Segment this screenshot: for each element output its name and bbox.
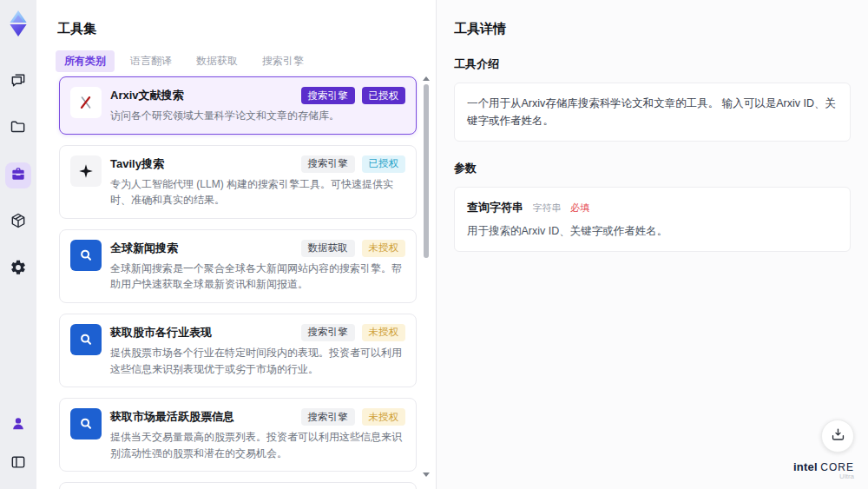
tool-card-regional-news[interactable]: 万维地区新闻查询 搜索引擎 未授权 查询具体行政区划内的新闻，快速了解各地新闻动 (59, 482, 417, 489)
param-header: 查询字符串 字符串 必填 (467, 199, 838, 215)
rail-nav (5, 69, 31, 282)
param-name: 查询字符串 (467, 201, 523, 214)
tool-card-tavily[interactable]: Tavily搜索 搜索引擎 已授权 专为人工智能代理 (LLM) 构建的搜索引擎… (59, 145, 417, 219)
rail-item-user[interactable] (5, 413, 31, 439)
tool-list-panel: 工具集 所有类别 语言翻译 数据获取 搜索引擎 Arxiv文献搜索 搜索引擎 已… (36, 0, 436, 489)
tool-card-sector-performance[interactable]: 获取股市各行业表现 搜索引擎 未授权 提供股票市场各个行业在特定时间段内的表现。… (59, 314, 417, 387)
list-scrollbar[interactable] (422, 76, 431, 477)
left-rail (0, 0, 36, 489)
rail-item-settings[interactable] (5, 256, 31, 282)
scroll-up-arrow-icon[interactable] (423, 76, 430, 81)
tool-description: 访问各个研究领域大量科学论文和文章的存储库。 (110, 108, 405, 124)
rail-item-collapse[interactable] (5, 451, 31, 477)
tab-all-categories[interactable]: 所有类别 (56, 50, 115, 72)
gear-icon (10, 259, 27, 280)
download-icon (830, 426, 846, 446)
tool-description: 全球新闻搜索是一个聚合全球各大新闻网站内容的搜索引擎。帮助用户快速获取全球最新资… (110, 261, 405, 293)
auth-badge: 已授权 (362, 87, 406, 104)
chat-icon (10, 71, 27, 92)
tool-description: 专为人工智能代理 (LLM) 构建的搜索引擎工具。可快速提供实时、准确和真实的结… (110, 176, 405, 208)
rail-item-chat[interactable] (5, 69, 31, 95)
brand-sub-text: Ultra (793, 473, 854, 480)
tool-name: 获取市场最活跃股票信息 (110, 408, 234, 425)
intro-heading: 工具介绍 (454, 56, 851, 72)
user-icon (10, 415, 27, 436)
tool-name: 全球新闻搜索 (110, 240, 178, 256)
auth-badge: 未授权 (362, 408, 406, 426)
param-description: 用于搜索的Arxiv ID、关键字或作者姓名。 (467, 223, 838, 240)
tool-card-list: Arxiv文献搜索 搜索引擎 已授权 访问各个研究领域大量科学论文和文章的存储库… (59, 76, 417, 489)
category-tabs: 所有类别 语言翻译 数据获取 搜索引擎 (56, 50, 312, 72)
tool-card-body: Arxiv文献搜索 搜索引擎 已授权 访问各个研究领域大量科学论文和文章的存储库… (110, 87, 405, 124)
tool-card-most-active-stocks[interactable]: 获取市场最活跃股票信息 搜索引擎 未授权 提供当天交易量最高的股票列表。投资者可… (59, 398, 417, 472)
auth-badge: 未授权 (362, 324, 406, 341)
tool-name: Tavily搜索 (110, 155, 164, 172)
brand-core-text: CORE (820, 461, 854, 473)
category-badge: 搜索引擎 (301, 324, 355, 341)
details-title: 工具详情 (454, 21, 851, 37)
collapse-panel-icon (10, 453, 27, 474)
scroll-down-arrow-icon[interactable] (423, 472, 430, 477)
blue-search-icon (70, 240, 102, 271)
params-heading: 参数 (454, 161, 851, 176)
tool-name: 获取股市各行业表现 (110, 324, 212, 340)
download-button[interactable] (821, 420, 854, 453)
page-title: 工具集 (57, 21, 96, 37)
tool-description: 提供股票市场各个行业在特定时间段内的表现。投资者可以利用这些信息来识别表现优于或… (110, 345, 405, 377)
blue-search-icon (70, 408, 102, 439)
tool-details-panel: 工具详情 工具介绍 一个用于从Arxiv存储库搜索科学论文和文章的工具。 输入可… (436, 0, 868, 489)
tool-card-body: 全球新闻搜索 数据获取 未授权 全球新闻搜索是一个聚合全球各大新闻网站内容的搜索… (110, 240, 405, 293)
intel-core-logo: intel CORE Ultra (793, 461, 854, 480)
rail-item-package[interactable] (5, 209, 31, 235)
tool-card-body: 获取市场最活跃股票信息 搜索引擎 未授权 提供当天交易量最高的股票列表。投资者可… (110, 408, 405, 461)
category-badge: 数据获取 (301, 240, 355, 257)
brand-intel-text: intel (793, 460, 818, 473)
intro-text: 一个用于从Arxiv存储库搜索科学论文和文章的工具。 输入可以是Arxiv ID… (467, 95, 838, 129)
param-type: 字符串 (532, 202, 561, 213)
category-badge: 搜索引擎 (301, 408, 355, 426)
tool-card-arxiv[interactable]: Arxiv文献搜索 搜索引擎 已授权 访问各个研究领域大量科学论文和文章的存储库… (59, 76, 417, 135)
rail-item-files[interactable] (5, 116, 31, 142)
tool-card-body: 获取股市各行业表现 搜索引擎 未授权 提供股票市场各个行业在特定时间段内的表现。… (110, 324, 405, 377)
tab-language-translation[interactable]: 语言翻译 (122, 50, 181, 72)
tool-name: Arxiv文献搜索 (110, 87, 184, 103)
tool-description: 提供当天交易量最高的股票列表。投资者可以利用这些信息来识别流动性强的股票和潜在的… (110, 429, 405, 461)
tavily-star-icon (70, 155, 102, 187)
auth-badge: 未授权 (362, 240, 406, 257)
param-required-flag: 必填 (570, 202, 589, 213)
package-cube-icon (10, 212, 27, 233)
param-box: 查询字符串 字符串 必填 用于搜索的Arxiv ID、关键字或作者姓名。 (454, 187, 851, 252)
scrollbar-thumb[interactable] (424, 84, 429, 258)
folder-icon (10, 118, 27, 139)
intro-box: 一个用于从Arxiv存储库搜索科学论文和文章的工具。 输入可以是Arxiv ID… (454, 83, 851, 142)
rail-bottom (5, 413, 31, 477)
arxiv-logo-icon (70, 87, 102, 118)
tool-card-global-news[interactable]: 全球新闻搜索 数据获取 未授权 全球新闻搜索是一个聚合全球各大新闻网站内容的搜索… (59, 229, 417, 303)
blue-search-icon (70, 324, 102, 355)
app-logo-gem-icon (4, 8, 32, 39)
toolbox-icon (10, 165, 27, 186)
rail-item-toolbox[interactable] (5, 162, 31, 188)
category-badge: 搜索引擎 (301, 155, 355, 173)
tool-card-body: Tavily搜索 搜索引擎 已授权 专为人工智能代理 (LLM) 构建的搜索引擎… (110, 155, 405, 208)
tab-data-acquisition[interactable]: 数据获取 (187, 50, 247, 72)
tab-search-engine[interactable]: 搜索引擎 (253, 50, 312, 72)
category-badge: 搜索引擎 (301, 87, 355, 104)
auth-badge: 已授权 (362, 155, 406, 173)
